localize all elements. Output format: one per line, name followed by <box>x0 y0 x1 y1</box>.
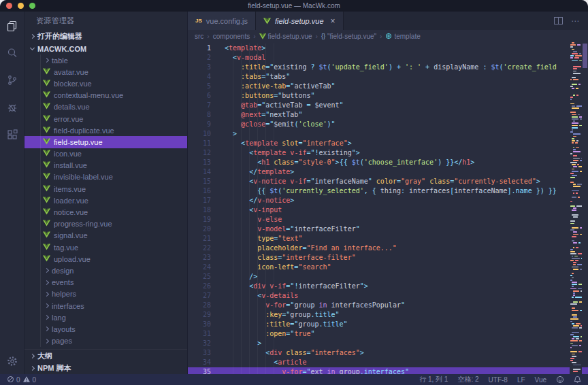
tree-item-interfaces[interactable]: interfaces <box>24 300 187 312</box>
line-number[interactable]: 1 <box>188 44 219 53</box>
status-eol[interactable]: LF <box>517 376 525 384</box>
code-line[interactable]: 34 <article <box>188 358 588 367</box>
section-npm-scripts[interactable]: NPM 脚本 <box>24 362 187 374</box>
tree-item-contextual-menu-vue[interactable]: contextual-menu.vue <box>24 90 187 101</box>
tree-item-pages[interactable]: pages <box>24 335 187 347</box>
tree-item-blocker-vue[interactable]: blocker.vue <box>24 78 187 89</box>
breadcrumb-src[interactable]: src <box>195 33 203 40</box>
line-number[interactable]: 22 <box>188 244 219 253</box>
search-icon[interactable] <box>5 46 20 61</box>
section-outline[interactable]: 大纲 <box>24 350 187 362</box>
code-line[interactable]: 33 <div class="interfaces"> <box>188 348 588 358</box>
code-line[interactable]: 27 <v-details <box>188 291 588 301</box>
line-number[interactable]: 34 <box>188 358 219 367</box>
close-tab-icon[interactable]: × <box>331 16 336 26</box>
source-control-icon[interactable] <box>5 73 20 88</box>
tree-item-progress-ring-vue[interactable]: progress-ring.vue <box>24 218 187 230</box>
tree-item-items-vue[interactable]: items.vue <box>24 183 187 195</box>
code-line[interactable]: 15 <v-notice v-if="interfaceName" color=… <box>188 177 588 186</box>
code-line[interactable]: 5 :active-tab="activeTab" <box>188 82 588 91</box>
tree-item-design[interactable]: design <box>24 265 187 276</box>
line-number[interactable]: 25 <box>188 272 219 282</box>
code-line[interactable]: 16 {{ $t('currently_selected', { thing: … <box>188 186 588 196</box>
tree-item-field-setup-vue[interactable]: field-setup.vue <box>24 136 187 148</box>
line-number[interactable]: 14 <box>188 167 219 177</box>
breadcrumb-template-symbol[interactable]: template <box>385 33 420 40</box>
tree-item-invisible-label-vue[interactable]: invisible-label.vue <box>24 171 187 183</box>
line-number[interactable]: 11 <box>188 139 219 148</box>
line-number[interactable]: 26 <box>188 282 219 291</box>
line-number[interactable]: 21 <box>188 234 219 244</box>
code-line[interactable]: 6 :buttons="buttons" <box>188 91 588 101</box>
line-number[interactable]: 15 <box>188 177 219 186</box>
tree-item-field-duplicate-vue[interactable]: field-duplicate.vue <box>24 124 187 136</box>
code-line[interactable]: 31 :open="true" <box>188 329 588 339</box>
extensions-icon[interactable] <box>5 127 20 142</box>
tree-item-loader-vue[interactable]: loader.vue <box>24 195 187 206</box>
tab-vue-config-js[interactable]: JS vue.config.js <box>188 12 256 30</box>
line-number[interactable]: 12 <box>188 148 219 158</box>
minimap[interactable] <box>570 42 582 374</box>
code-line[interactable]: 9 @close="$emit('close')" <box>188 120 588 129</box>
more-actions-icon[interactable]: ⋯ <box>571 16 580 26</box>
code-line[interactable]: 24 icon-left="search" <box>188 263 588 272</box>
code-line[interactable]: 21 type="text" <box>188 234 588 244</box>
line-number[interactable]: 32 <box>188 339 219 348</box>
code-line[interactable]: 14 </template> <box>188 167 588 177</box>
section-root-folder[interactable]: MACWK.COM <box>24 43 187 54</box>
line-number[interactable]: 27 <box>188 291 219 301</box>
breadcrumb-components[interactable]: components <box>213 33 250 40</box>
code-line[interactable]: 13 <h1 class="style-0">{{ $t('choose_int… <box>188 158 588 167</box>
tree-item-tag-vue[interactable]: tag.vue <box>24 241 187 253</box>
tree-item-upload-vue[interactable]: upload.vue <box>24 253 187 265</box>
tree-item-notice-vue[interactable]: notice.vue <box>24 206 187 218</box>
code-line[interactable]: 32 > <box>188 339 588 348</box>
line-number[interactable]: 4 <box>188 72 219 82</box>
code-line[interactable]: 28 v-for="group in interfacesPopular" <box>188 301 588 310</box>
status-encoding[interactable]: UTF-8 <box>489 376 508 384</box>
breadcrumb-script-symbol[interactable]: {} "field-setup.vue" <box>321 33 376 40</box>
line-number[interactable]: 33 <box>188 348 219 358</box>
status-language-mode[interactable]: Vue <box>535 376 546 384</box>
tree-item-helpers[interactable]: helpers <box>24 288 187 300</box>
code-line[interactable]: 17 </v-notice> <box>188 196 588 205</box>
tree-item-error-vue[interactable]: error.vue <box>24 113 187 124</box>
tree-item-avatar-vue[interactable]: avatar.vue <box>24 66 187 78</box>
code-line[interactable]: 23 class="interface-filter" <box>188 253 588 263</box>
breadcrumb-file[interactable]: field-setup.vue <box>259 33 312 40</box>
tree-item-layouts[interactable]: layouts <box>24 323 187 335</box>
line-number[interactable]: 16 <box>188 186 219 196</box>
tree-item-details-vue[interactable]: details.vue <box>24 101 187 113</box>
notifications-bell-icon[interactable] <box>574 375 581 384</box>
code-line[interactable]: 11 <template slot="interface"> <box>188 139 588 148</box>
line-number[interactable]: 18 <box>188 205 219 215</box>
code-line[interactable]: 25 /> <box>188 272 588 282</box>
tab-field-setup-vue[interactable]: field-setup.vue × <box>256 12 344 30</box>
code-line[interactable]: 29 :key="group.title" <box>188 310 588 320</box>
status-line-col[interactable]: 行 1, 列 1 <box>419 375 448 384</box>
code-line[interactable]: 35 v-for="ext in group.interfaces" <box>188 367 588 374</box>
line-number[interactable]: 8 <box>188 110 219 120</box>
code-line[interactable]: 22 placeholder="Find an interface..." <box>188 244 588 253</box>
tree-item-events[interactable]: events <box>24 277 187 288</box>
line-number[interactable]: 29 <box>188 310 219 320</box>
code-line[interactable]: 3 :title="existing ? $t('update_field') … <box>188 63 588 72</box>
code-line[interactable]: 20 v-model="interfaceFilter" <box>188 224 588 234</box>
line-number[interactable]: 23 <box>188 253 219 263</box>
line-number[interactable]: 2 <box>188 53 219 63</box>
tree-item-table[interactable]: table <box>24 54 187 66</box>
status-indentation[interactable]: 空格: 2 <box>457 375 478 384</box>
code-line[interactable]: 1<template> <box>188 44 588 53</box>
line-number[interactable]: 6 <box>188 91 219 101</box>
line-number[interactable]: 3 <box>188 63 219 72</box>
split-editor-icon[interactable] <box>554 15 563 27</box>
line-number[interactable]: 35 <box>188 367 219 374</box>
line-number[interactable]: 17 <box>188 196 219 205</box>
line-number[interactable]: 31 <box>188 329 219 339</box>
tree-item-install-vue[interactable]: install.vue <box>24 160 187 171</box>
scrollbar-thumb[interactable] <box>583 44 587 68</box>
line-number[interactable]: 5 <box>188 82 219 91</box>
code-editor[interactable]: 1<template>2 <v-modal3 :title="existing … <box>188 42 588 374</box>
code-line[interactable]: 2 <v-modal <box>188 53 588 63</box>
line-number[interactable]: 13 <box>188 158 219 167</box>
